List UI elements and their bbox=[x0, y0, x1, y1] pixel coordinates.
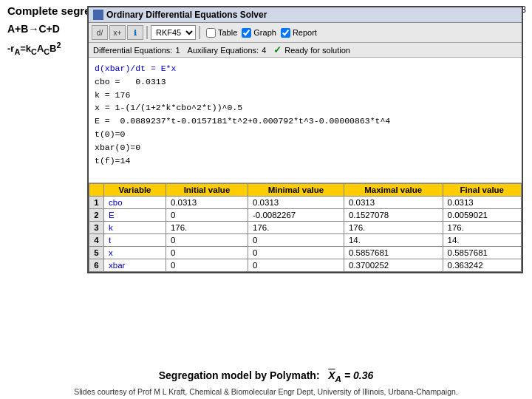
segregation-title: Segregation model by Polymath: XA = 0.36 bbox=[7, 369, 525, 383]
min-value: -0.0082267 bbox=[248, 209, 344, 222]
ode-title-bar: Ordinary Differential Equations Solver bbox=[89, 7, 522, 23]
final-value: 14. bbox=[443, 234, 521, 247]
initial-value: 0 bbox=[166, 259, 248, 272]
var-name: x bbox=[104, 247, 166, 259]
min-value: 176. bbox=[248, 222, 344, 234]
reaction-equation: A+B→C+D bbox=[7, 22, 81, 37]
min-value: 0.0313 bbox=[248, 197, 344, 209]
graph-checkbox-group: Graph bbox=[242, 28, 276, 38]
initial-value: 0 bbox=[166, 209, 248, 222]
diff-eq-count: 1 bbox=[175, 46, 180, 55]
toolbar-separator-1 bbox=[146, 26, 148, 39]
diff-eq-label: Differential Equations: bbox=[93, 46, 172, 55]
row-num: 3 bbox=[89, 222, 104, 234]
ode-solver-box: Ordinary Differential Equations Solver d… bbox=[87, 6, 523, 273]
max-value: 0.0313 bbox=[344, 197, 443, 209]
method-dropdown[interactable]: RKF45 bbox=[151, 25, 196, 40]
ode-title-text: Ordinary Differential Equations Solver bbox=[106, 10, 267, 20]
row-num: 2 bbox=[89, 209, 104, 222]
results-table: Variable Initial value Minimal value Max… bbox=[89, 183, 522, 272]
col-header-initial: Initial value bbox=[166, 184, 248, 197]
toolbar: d/ x+ ℹ RKF45 Table Graph Report bbox=[89, 23, 522, 43]
eq-line-3: k = 176 bbox=[95, 89, 516, 102]
eq-line-2: cbo = 0.0313 bbox=[95, 75, 516, 89]
table-checkbox[interactable] bbox=[206, 28, 216, 38]
final-value: 0.363242 bbox=[443, 259, 521, 272]
col-header-final: Final value bbox=[443, 184, 521, 197]
var-name: k bbox=[104, 222, 166, 234]
eq-line-6: t(0)=0 bbox=[95, 128, 516, 141]
toolbar-separator-2 bbox=[199, 26, 200, 39]
var-name: t bbox=[104, 234, 166, 247]
final-value: 176. bbox=[443, 222, 521, 234]
initial-value: 0 bbox=[166, 247, 248, 259]
xa-subscript: A bbox=[335, 374, 341, 383]
bottom-section: Segregation model by Polymath: XA = 0.36 bbox=[7, 369, 525, 386]
table-checkbox-group: Table bbox=[206, 28, 237, 38]
xa-formula: XA = 0.36 bbox=[328, 369, 373, 381]
report-checkbox[interactable] bbox=[281, 28, 290, 38]
col-header-empty bbox=[89, 184, 104, 197]
row-num: 6 bbox=[89, 259, 104, 272]
final-value: 0.5857681 bbox=[443, 247, 521, 259]
col-header-maximal: Maximal value bbox=[344, 184, 443, 197]
min-value: 0 bbox=[248, 259, 344, 272]
col-header-minimal: Minimal value bbox=[248, 184, 344, 197]
max-value: 0.3700252 bbox=[344, 259, 443, 272]
eq-line-8: t(f)=14 bbox=[95, 154, 516, 168]
xa-overline: X bbox=[328, 369, 335, 381]
table-row: 4 t 0 0 14. 14. bbox=[89, 234, 522, 247]
table-checkbox-label[interactable]: Table bbox=[218, 28, 237, 37]
eq-line-5: E = 0.0889237*t-0.0157181*t^2+0.000792*t… bbox=[95, 115, 516, 128]
equations-area[interactable]: d(xbar)/dt = E*x cbo = 0.0313 k = 176 x … bbox=[89, 58, 522, 183]
row-num: 1 bbox=[89, 197, 104, 209]
report-checkbox-group: Report bbox=[281, 28, 317, 38]
report-checkbox-label[interactable]: Report bbox=[293, 28, 317, 37]
row-num: 4 bbox=[89, 234, 104, 247]
table-row: 3 k 176. 176. 176. 176. bbox=[89, 222, 522, 234]
var-name: E bbox=[104, 209, 166, 222]
xa-value: = 0.36 bbox=[344, 369, 373, 381]
footer-text: Slides courtesy of Prof M L Kraft, Chemi… bbox=[7, 387, 525, 396]
min-value: 0 bbox=[248, 234, 344, 247]
final-value: 0.0313 bbox=[443, 197, 521, 209]
toolbar-btn-diff[interactable]: d/ bbox=[92, 25, 108, 40]
row-num: 5 bbox=[89, 247, 104, 259]
max-value: 0.1527078 bbox=[344, 209, 443, 222]
col-header-variable: Variable bbox=[104, 184, 166, 197]
table-row: 2 E 0 -0.0082267 0.1527078 0.0059021 bbox=[89, 209, 522, 222]
ready-label: Ready for solution bbox=[284, 46, 350, 55]
left-panel: A+B→C+D -rA=kCACB2 bbox=[7, 22, 81, 58]
eq-line-4: x = 1-(1/(1+2*k*cbo^2*t))^0.5 bbox=[95, 101, 516, 115]
table-row: 6 xbar 0 0 0.3700252 0.363242 bbox=[89, 259, 522, 272]
max-value: 14. bbox=[344, 234, 443, 247]
graph-checkbox-label[interactable]: Graph bbox=[253, 28, 276, 37]
table-row: 5 x 0 0 0.5857681 0.5857681 bbox=[89, 247, 522, 259]
aux-eq-info: Auxiliary Equations: 4 bbox=[188, 46, 267, 55]
segregation-label: Segregation model by Polymath: bbox=[159, 369, 320, 381]
diff-eq-info: Differential Equations: 1 bbox=[93, 46, 180, 55]
rate-equation: -rA=kCACB2 bbox=[7, 40, 81, 58]
table-row: 1 cbo 0.0313 0.0313 0.0313 0.0313 bbox=[89, 197, 522, 209]
graph-checkbox[interactable] bbox=[242, 28, 251, 38]
aux-eq-count: 4 bbox=[262, 46, 266, 55]
toolbar-btn-info[interactable]: ℹ bbox=[127, 25, 143, 40]
max-value: 0.5857681 bbox=[344, 247, 443, 259]
max-value: 176. bbox=[344, 222, 443, 234]
var-name: cbo bbox=[104, 197, 166, 209]
initial-value: 0 bbox=[166, 234, 248, 247]
initial-value: 0.0313 bbox=[166, 197, 248, 209]
checkmark-icon: ✓ bbox=[273, 44, 282, 55]
toolbar-btn-x[interactable]: x+ bbox=[109, 25, 126, 40]
final-value: 0.0059021 bbox=[443, 209, 521, 222]
page-container: L23b-18 Complete segregation model by Po… bbox=[0, 0, 532, 399]
ready-info: ✓ Ready for solution bbox=[273, 44, 350, 55]
min-value: 0 bbox=[248, 247, 344, 259]
initial-value: 176. bbox=[166, 222, 248, 234]
aux-eq-label: Auxiliary Equations: bbox=[188, 46, 259, 55]
ode-icon bbox=[93, 10, 103, 20]
eq-line-7: xbar(0)=0 bbox=[95, 141, 516, 154]
eq-line-1: d(xbar)/dt = E*x bbox=[95, 62, 516, 75]
info-bar: Differential Equations: 1 Auxiliary Equa… bbox=[89, 43, 522, 58]
var-name: xbar bbox=[104, 259, 166, 272]
